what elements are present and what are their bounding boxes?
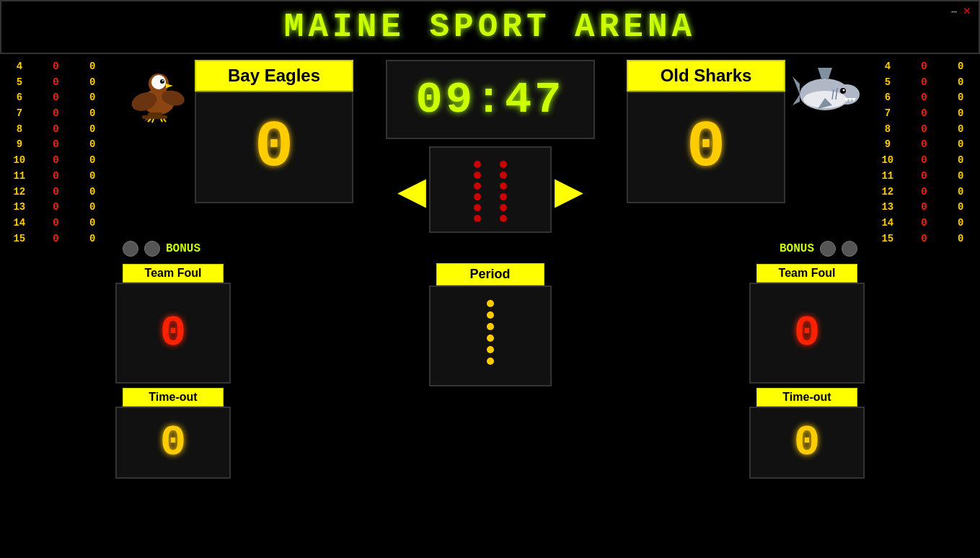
sb-val1: 0 [38,216,74,231]
svg-point-23 [500,182,507,190]
left-timeout-box: Time-out 0 [115,388,231,479]
sb-val2: 0 [943,200,979,216]
sb-val1: 0 [38,185,74,200]
sb-val2: 0 [943,153,979,169]
sb-val1: 0 [906,216,943,231]
svg-marker-31 [793,76,800,105]
period-arrows-row: ◀ [397,143,583,233]
sb-val2: 0 [74,137,110,153]
svg-point-18 [474,193,481,200]
right-foul-display: 0 [749,283,865,384]
svg-point-16 [474,172,481,179]
left-score-value: 0 [255,111,293,185]
sb-val1: 0 [38,137,74,153]
close-button[interactable]: ✕ [963,5,971,17]
left-foul-box: Team Foul 0 [115,264,231,384]
sb-val2: 0 [74,90,110,106]
sb-val2: 0 [943,169,979,185]
left-bonus-label: BONUS [166,242,200,255]
sb-val2: 0 [74,75,110,91]
left-timeout-display: 0 [115,407,231,479]
sb-number: 5 [1,75,37,91]
svg-point-40 [487,300,494,307]
sb-number: 7 [870,106,906,122]
svg-point-26 [500,215,507,222]
svg-point-20 [474,215,481,222]
left-score-values2: 000000000000 [74,59,110,555]
sb-number: 4 [870,59,906,75]
sb-number: 8 [1,122,37,138]
svg-point-17 [474,182,481,190]
sb-val2: 0 [74,122,110,138]
right-team-name: Old Sharks [627,60,785,92]
right-bonus-circle1 [820,241,836,257]
right-score-numbers: 456789101112131415 [870,59,906,555]
right-score-display: 0 [627,92,785,203]
sb-val1: 0 [38,106,74,122]
teams-clock-row: Bay Eagles 0 09:47 ◀ [115,60,865,233]
svg-marker-30 [818,68,832,79]
clock-display: 09:47 [386,60,595,139]
right-mascot [785,60,865,125]
center-area: Bay Eagles 0 09:47 ◀ [112,56,868,558]
svg-point-21 [500,161,507,168]
right-team-box: Old Sharks 0 [627,60,785,203]
svg-point-24 [500,193,507,200]
sb-val1: 0 [906,200,943,216]
sb-val2: 0 [943,185,979,200]
sb-val1: 0 [906,153,943,169]
left-mascot [115,60,195,125]
sb-number: 6 [870,90,906,106]
stats-row: BONUS Team Foul 0 Time-out 0 [115,238,865,479]
right-score-values1: 000000000000 [906,59,943,555]
right-team-section: Old Sharks 0 [627,60,865,203]
svg-point-22 [500,172,507,179]
sb-val1: 0 [906,137,943,153]
sb-val2: 0 [943,137,979,153]
right-arrow-icon[interactable]: ▶ [555,172,583,209]
sb-number: 10 [870,153,906,169]
sb-number: 14 [870,216,906,231]
left-timeout-value: 0 [160,418,186,467]
sb-val1: 0 [906,231,943,247]
right-timeout-label: Time-out [756,388,857,407]
sb-number: 6 [1,90,37,106]
sb-val1: 0 [906,59,943,75]
sb-val2: 0 [74,231,110,247]
minimize-button[interactable]: – [951,5,957,17]
left-foul-value: 0 [160,309,186,358]
period-box: Period [429,263,552,386]
svg-rect-10 [142,115,167,119]
sb-val1: 0 [38,200,74,216]
sb-number: 10 [1,153,37,169]
right-score-values2: 000000000000 [943,59,979,555]
sb-val1: 0 [38,153,74,169]
right-bonus-row: BONUS [749,238,865,260]
right-score-value: 0 [687,111,725,185]
left-arrow-icon[interactable]: ◀ [397,172,426,209]
left-foul-display: 0 [115,283,231,384]
period-label: Period [436,263,544,285]
left-score-display: 0 [195,92,353,203]
right-bonus-circle2 [842,241,857,257]
left-team-name: Bay Eagles [195,60,353,92]
main-layout: 456789101112131415 000000000000 00000000… [0,56,980,558]
sb-val1: 0 [906,122,943,138]
sb-number: 9 [870,137,906,153]
sb-val2: 0 [74,185,110,200]
left-foul-label: Team Foul [123,264,224,283]
sb-number: 14 [1,216,37,231]
svg-line-13 [161,119,162,122]
svg-point-15 [474,161,481,168]
sb-val1: 0 [38,90,74,106]
svg-point-43 [487,335,494,342]
sb-number: 13 [1,200,37,216]
sb-val2: 0 [943,122,979,138]
svg-point-5 [162,80,164,81]
sb-val1: 0 [906,75,943,91]
sb-val1: 0 [38,231,74,247]
sb-val2: 0 [943,231,979,247]
sb-val1: 0 [906,106,943,122]
sb-number: 15 [870,231,906,247]
sb-number: 12 [1,185,37,200]
